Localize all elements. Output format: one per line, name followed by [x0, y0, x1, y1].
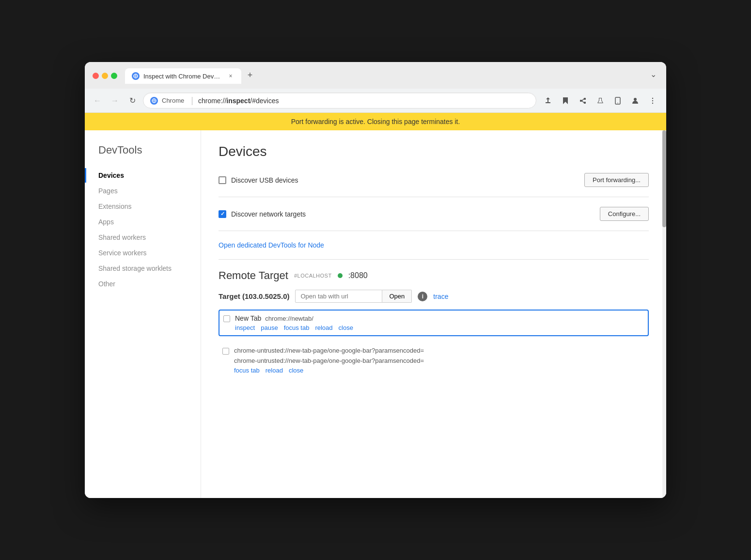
new-tab-url: chrome://newtab/ — [265, 315, 313, 322]
sidebar: DevTools Devices Pages Extensions Apps S… — [85, 130, 201, 498]
untrusted-tab-close-link[interactable]: close — [289, 367, 303, 374]
open-tab-input[interactable] — [295, 290, 382, 303]
tab-end: ⌄ — [257, 68, 658, 84]
port-forwarding-button[interactable]: Port forwarding... — [584, 173, 649, 187]
sidebar-item-pages[interactable]: Pages — [98, 184, 201, 198]
untrusted-tab-target-item: chrome-untrusted://new-tab-page/one-goog… — [219, 343, 649, 378]
untrusted-tab-actions: focus tab reload close — [234, 367, 645, 374]
info-button[interactable]: i — [418, 292, 427, 301]
discover-network-text: Discover network targets — [231, 210, 306, 218]
sidebar-item-shared-workers[interactable]: Shared workers — [98, 230, 201, 245]
svg-point-15 — [652, 97, 653, 98]
sidebar-item-extensions[interactable]: Extensions — [98, 199, 201, 214]
new-tab-focus-link[interactable]: focus tab — [284, 324, 310, 331]
untrusted-tab-reload-link[interactable]: reload — [266, 367, 283, 374]
tablet-mode-button[interactable] — [610, 93, 626, 109]
address-url: chrome://inspect/#devices — [198, 97, 529, 105]
active-tab[interactable]: Inspect with Chrome Develop... × — [125, 68, 241, 84]
menu-button[interactable] — [645, 93, 660, 109]
tab-menu-button[interactable]: ⌄ — [648, 68, 658, 81]
target-name: Target (103.0.5025.0) — [219, 292, 289, 300]
address-bar[interactable]: Chrome | chrome://inspect/#devices — [143, 93, 536, 109]
untrusted-tab-url1: chrome-untrusted://new-tab-page/one-goog… — [234, 347, 424, 354]
close-tab-button[interactable]: × — [227, 72, 235, 80]
new-tab-reload-link[interactable]: reload — [315, 324, 332, 331]
sidebar-item-service-workers[interactable]: Service workers — [98, 246, 201, 260]
untrusted-tab-url2: chrome-untrusted://new-tab-page/one-goog… — [234, 357, 424, 364]
new-tab-info: New Tab chrome://newtab/ inspect pause f… — [235, 314, 644, 331]
new-tab-close-link[interactable]: close — [339, 324, 353, 331]
target-section: Target (103.0.5025.0) Open i trace New T… — [219, 290, 649, 378]
address-label: Chrome — [162, 97, 184, 104]
untrusted-tab-focus-link[interactable]: focus tab — [234, 367, 260, 374]
extensions-button[interactable] — [575, 93, 591, 109]
svg-line-11 — [582, 101, 584, 103]
sidebar-item-other[interactable]: Other — [98, 277, 201, 291]
profile-button[interactable] — [627, 93, 643, 109]
open-tab-group: Open — [295, 290, 412, 303]
page-title: Devices — [219, 144, 649, 159]
minimize-window-button[interactable] — [102, 73, 108, 79]
svg-rect-7 — [580, 100, 582, 102]
sidebar-item-shared-storage-worklets[interactable]: Shared storage worklets — [98, 261, 201, 276]
divider-2 — [219, 231, 649, 231]
status-indicator — [338, 273, 343, 278]
tabs-row: Inspect with Chrome Develop... × + ⌄ — [125, 68, 658, 84]
tab-favicon — [132, 72, 140, 80]
address-url-bold: inspect — [226, 97, 250, 105]
svg-rect-8 — [584, 98, 586, 100]
configure-button[interactable]: Configure... — [600, 207, 649, 221]
discover-usb-label[interactable]: Discover USB devices — [219, 176, 298, 184]
scrollbar-thumb[interactable] — [662, 130, 666, 227]
remote-target-port: :8080 — [348, 271, 368, 280]
svg-point-16 — [652, 100, 653, 101]
untrusted-tab-title-row: chrome-untrusted://new-tab-page/one-goog… — [234, 347, 645, 354]
forward-button[interactable]: → — [108, 94, 122, 108]
devtools-node-link[interactable]: Open dedicated DevTools for Node — [219, 241, 324, 249]
remote-target-header: Remote Target #LOCALHOST :8080 — [219, 269, 649, 282]
divider-1 — [219, 197, 649, 197]
new-tab-target-item: New Tab chrome://newtab/ inspect pause f… — [219, 310, 649, 336]
title-bar: Inspect with Chrome Develop... × + ⌄ — [85, 62, 666, 89]
discover-network-checkbox[interactable] — [219, 210, 226, 218]
untrusted-tab-info: chrome-untrusted://new-tab-page/one-goog… — [234, 347, 645, 374]
reload-button[interactable]: ↻ — [125, 94, 139, 108]
page-content: Devices Discover USB devices Port forwar… — [201, 130, 666, 498]
discover-usb-row: Discover USB devices Port forwarding... — [219, 173, 649, 187]
notification-text: Port forwarding is active. Closing this … — [291, 118, 460, 125]
toolbar: ← → ↻ Chrome | chrome://inspect/#devices — [85, 89, 666, 113]
discover-network-row: Discover network targets Configure... — [219, 207, 649, 221]
new-tab-inspect-link[interactable]: inspect — [235, 324, 255, 331]
new-tab-actions: inspect pause focus tab reload close — [235, 324, 644, 331]
notification-bar: Port forwarding is active. Closing this … — [85, 113, 666, 130]
trace-link[interactable]: trace — [433, 293, 448, 300]
discover-usb-checkbox[interactable] — [219, 176, 226, 184]
tab-title: Inspect with Chrome Develop... — [143, 73, 223, 80]
untrusted-tab-checkbox[interactable] — [222, 348, 229, 355]
new-tab-title-row: New Tab chrome://newtab/ — [235, 314, 644, 322]
traffic-lights — [93, 73, 117, 79]
discover-network-label[interactable]: Discover network targets — [219, 210, 306, 218]
bookmark-button[interactable] — [558, 93, 573, 109]
maximize-window-button[interactable] — [111, 73, 117, 79]
sidebar-item-apps[interactable]: Apps — [98, 215, 201, 229]
sidebar-item-devices[interactable]: Devices — [98, 168, 201, 183]
main-content: DevTools Devices Pages Extensions Apps S… — [85, 130, 666, 498]
browser-window: Inspect with Chrome Develop... × + ⌄ ← →… — [85, 62, 666, 498]
remote-target-host: #LOCALHOST — [294, 273, 332, 279]
new-tab-pause-link[interactable]: pause — [261, 324, 278, 331]
svg-point-14 — [634, 98, 637, 101]
new-tab-button[interactable]: + — [243, 68, 257, 82]
toolbar-actions — [540, 93, 660, 109]
sidebar-title: DevTools — [98, 144, 201, 156]
back-button[interactable]: ← — [91, 94, 104, 108]
svg-line-10 — [582, 99, 584, 101]
chrome-labs-button[interactable] — [593, 93, 608, 109]
discover-usb-text: Discover USB devices — [231, 176, 298, 184]
scrollbar[interactable] — [662, 130, 666, 498]
close-window-button[interactable] — [93, 73, 99, 79]
open-tab-button[interactable]: Open — [382, 290, 412, 303]
share-button[interactable] — [540, 93, 556, 109]
new-tab-checkbox[interactable] — [223, 315, 230, 322]
site-info-icon[interactable] — [150, 97, 158, 105]
